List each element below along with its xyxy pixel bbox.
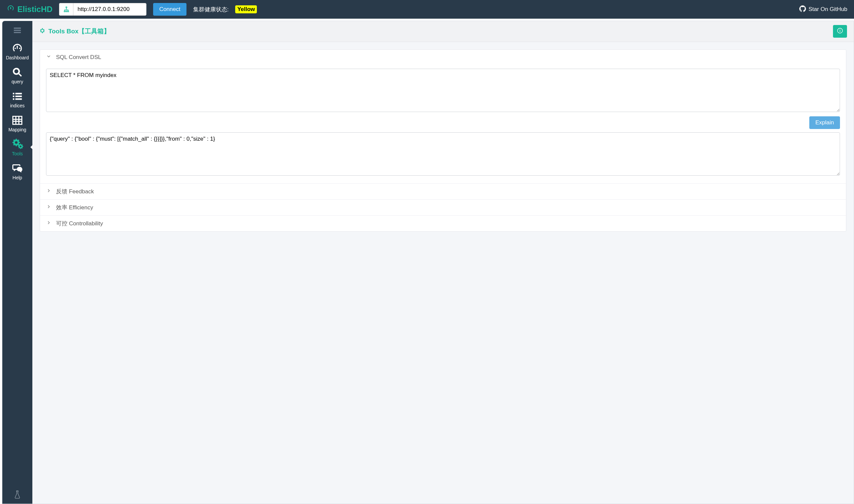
github-link-text: Star On GitHub (808, 6, 847, 13)
page-title: Tools Box【工具箱】 (39, 27, 110, 36)
explain-button[interactable]: Explain (809, 116, 840, 129)
sidebar-item-mapping[interactable]: Mapping (2, 112, 32, 136)
cogs-icon (2, 138, 32, 150)
accordion-head-efficiency[interactable]: 效率 Efficiency (40, 199, 846, 215)
sidebar-item-label: Dashboard (2, 55, 32, 60)
dashboard-icon (2, 42, 32, 54)
sidebar-item-tools[interactable]: Tools (2, 136, 32, 160)
sidebar-item-label: Tools (2, 151, 32, 156)
main-area: Tools Box【工具箱】 SQL Convert DSL (32, 21, 854, 504)
app-frame: Dashboard query indices Mapping Tools (2, 21, 854, 504)
cluster-health-value: Yellow (235, 5, 257, 13)
list-icon (2, 90, 32, 102)
accordion-title: 反馈 Feedback (56, 188, 94, 195)
brand[interactable]: ElisticHD (7, 4, 52, 14)
dashboard-gauge-icon (7, 4, 15, 14)
cluster-health-label: 集群健康状态: (193, 6, 229, 13)
brand-text: ElisticHD (17, 5, 52, 14)
top-navbar: ElisticHD Connect 集群健康状态: Yellow Star On… (0, 0, 854, 19)
accordion-head-controllability[interactable]: 可控 Controllability (40, 215, 846, 231)
accordion-title: SQL Convert DSL (56, 54, 101, 61)
sidebar-item-indices[interactable]: indices (2, 88, 32, 112)
tools-panel: SQL Convert DSL Explain 反馈 Feedback (40, 49, 846, 232)
chevron-right-icon (46, 204, 51, 211)
sidebar: Dashboard query indices Mapping Tools (2, 21, 32, 504)
sidebar-item-query[interactable]: query (2, 64, 32, 88)
chat-icon (2, 162, 32, 174)
svg-rect-2 (840, 29, 840, 30)
sidebar-item-label: Mapping (2, 127, 32, 132)
flask-icon (14, 490, 21, 501)
github-icon (799, 5, 806, 14)
info-button[interactable] (833, 25, 847, 38)
chevron-down-icon (46, 54, 51, 61)
sidebar-toggle[interactable] (11, 26, 24, 36)
table-icon (2, 114, 32, 126)
page-title-text: Tools Box【工具箱】 (48, 27, 110, 36)
sidebar-item-dashboard[interactable]: Dashboard (2, 40, 32, 64)
info-icon (837, 28, 843, 35)
host-url-group (59, 3, 146, 16)
gear-icon (39, 27, 46, 36)
bars-icon (12, 26, 23, 37)
accordion-title: 可控 Controllability (56, 220, 103, 227)
connect-button[interactable]: Connect (153, 3, 186, 16)
chevron-right-icon (46, 220, 51, 227)
accordion-head-sql[interactable]: SQL Convert DSL (40, 50, 846, 65)
sidebar-item-label: Help (2, 175, 32, 180)
sitemap-icon (59, 3, 73, 16)
accordion-head-feedback[interactable]: 反馈 Feedback (40, 183, 846, 199)
search-icon (2, 66, 32, 78)
sidebar-item-help[interactable]: Help (2, 160, 32, 184)
github-link[interactable]: Star On GitHub (799, 5, 847, 14)
dsl-output[interactable] (46, 132, 840, 176)
svg-rect-1 (840, 30, 840, 32)
page-header: Tools Box【工具箱】 (32, 21, 854, 42)
accordion-body-sql: Explain (40, 65, 846, 183)
content: SQL Convert DSL Explain 反馈 Feedback (32, 42, 854, 239)
sidebar-item-label: indices (2, 103, 32, 108)
accordion-title: 效率 Efficiency (56, 204, 93, 211)
sidebar-footer (2, 490, 32, 501)
chevron-right-icon (46, 188, 51, 195)
sql-input[interactable] (46, 69, 840, 112)
host-url-input[interactable] (73, 3, 146, 16)
sidebar-item-label: query (2, 79, 32, 84)
